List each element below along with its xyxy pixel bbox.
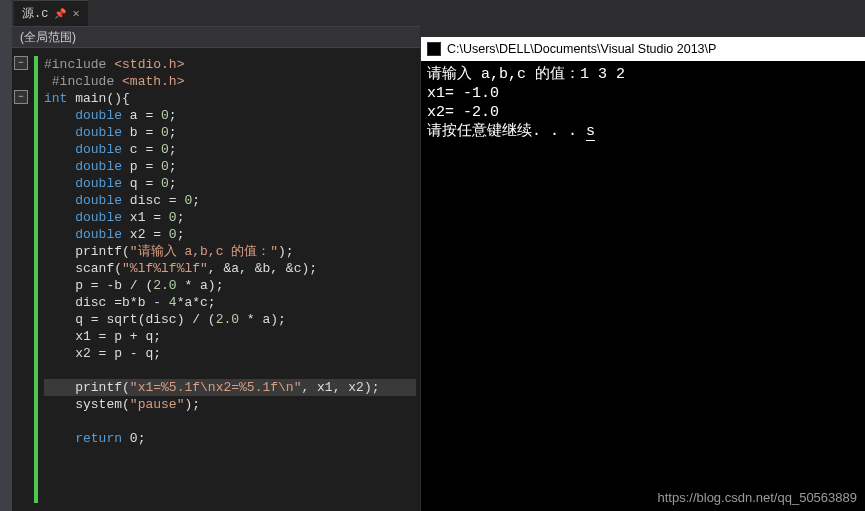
console-icon: [427, 42, 441, 56]
fold-gutter: − −: [14, 48, 34, 511]
file-tab[interactable]: 源.c 📌 ✕: [14, 0, 88, 26]
tab-bar: 源.c 📌 ✕: [0, 0, 420, 26]
watermark: https://blog.csdn.net/qq_50563889: [658, 490, 858, 505]
fold-toggle[interactable]: −: [14, 56, 28, 70]
close-icon[interactable]: ✕: [72, 6, 79, 21]
console-title-text: C:\Users\DELL\Documents\Visual Studio 20…: [447, 42, 716, 56]
left-margin: [0, 0, 12, 511]
ide-pane: 源.c 📌 ✕ (全局范围) − − #include <stdio.h> #i…: [0, 0, 420, 511]
console-output: 请输入 a,b,c 的值：1 3 2 x1= -1.0 x2= -2.0 请按任…: [421, 61, 865, 145]
code-area[interactable]: #include <stdio.h> #include <math.h> int…: [38, 48, 420, 511]
tab-filename: 源.c: [22, 5, 48, 22]
pin-icon[interactable]: 📌: [54, 8, 66, 20]
fold-toggle[interactable]: −: [14, 90, 28, 104]
console-titlebar[interactable]: C:\Users\DELL\Documents\Visual Studio 20…: [421, 37, 865, 61]
scope-dropdown[interactable]: (全局范围): [0, 26, 420, 48]
code-editor[interactable]: − − #include <stdio.h> #include <math.h>…: [0, 48, 420, 511]
scope-label: (全局范围): [20, 29, 76, 46]
console-window[interactable]: 请输入 a,b,c 的值：1 3 2 x1= -1.0 x2= -2.0 请按任…: [421, 61, 865, 511]
